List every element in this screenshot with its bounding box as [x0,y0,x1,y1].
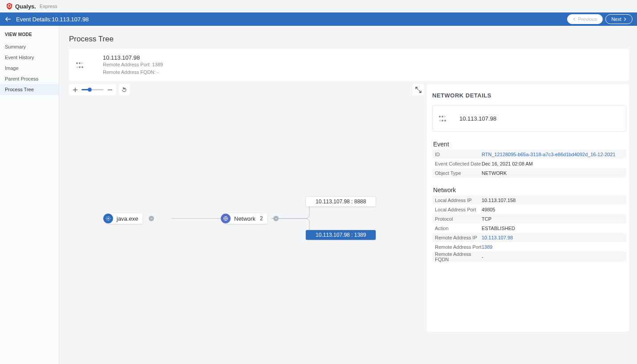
remote-ip-link[interactable]: 10.113.107.98 [482,235,513,240]
network-section-heading: Network [433,186,626,194]
brand-logo: Qualys. Express [5,2,57,10]
brand-product: Express [40,4,57,9]
brand-bar: Qualys. Express [0,0,637,12]
details-ip-card: ▹ ◃ 10.113.107.98 [432,105,626,132]
zoom-reset[interactable] [119,84,130,95]
kv-val: Dec 16, 2021 02:08 AM [482,161,533,166]
collapse-toggle[interactable]: − [273,216,279,221]
kv-val: 49805 [482,207,495,212]
zoom-slider[interactable] [81,89,104,90]
zoom-out-icon[interactable] [107,87,113,93]
kv-val: TCP [482,216,491,222]
next-label: Next [611,16,621,22]
details-ip: 10.113.107.98 [459,115,496,122]
kv-key: Object Type [435,170,482,176]
kv-key: Remote Address IP [435,235,482,240]
banner-fqdn-value: - [157,69,159,75]
network-icon: ▹ ◃ [439,111,452,126]
tree-leaf-1[interactable]: 10.113.107.98 : 8888 [306,197,376,206]
banner-fqdn-label: Remote Address FQDN: [103,69,156,75]
expand-icon [415,87,422,93]
zoom-controls [69,84,116,95]
remote-port-link[interactable]: 1389 [482,244,492,250]
prev-label: Previous [578,16,597,22]
back-arrow-icon[interactable] [4,16,12,23]
kv-key: Local Address Port [435,207,482,212]
sidebar-item-parent-process[interactable]: Parent Process [0,73,59,84]
banner-text: 10.113.107.98 Remote Address Port: 1389 … [103,54,163,76]
kv-val: - [482,254,483,259]
kv-key: Event Collected Date [435,161,482,166]
kv-val: 10.113.107.158 [482,198,515,203]
kv-key: Remote Address Port [435,244,482,250]
event-id-link[interactable]: RTN_12128095-b65a-3118-a7c3-e86d1bd4092d… [482,152,616,157]
sidebar-item-event-history[interactable]: Event History [0,52,59,63]
kv-key: Action [435,226,482,231]
chevron-left-icon [573,17,576,21]
kv-val: ESTABLISHED [482,226,515,231]
process-tree-canvas[interactable]: java.exe − Network 2 − 10.1 [69,84,424,364]
sidebar-title: VIEW MODE [0,32,59,41]
kv-key: Local Address IP [435,198,482,203]
banner-ip: 10.113.107.98 [103,54,163,61]
kv-val: NETWORK [482,170,507,176]
fullscreen-button[interactable] [413,84,424,95]
qualys-shield-icon [5,2,13,10]
previous-button[interactable]: Previous [567,14,603,24]
page-title-header: Event Details:10.113.107.98 [16,16,89,23]
banner-port-label: Remote Address Port: [103,62,151,67]
network-group-icon [221,214,231,223]
brand-name: Qualys. [15,3,36,10]
details-title: NETWORK DETAILS [432,92,626,99]
collapse-toggle[interactable]: − [149,216,154,221]
tree-node-group[interactable]: Network 2 − [224,213,279,224]
header-title-prefix: Event Details: [16,16,52,23]
svg-point-1 [108,218,109,219]
banner-port-value: 1389 [152,62,163,67]
header-title-ip: 10.113.107.98 [52,16,89,23]
event-section-heading: Event [433,141,626,148]
zoom-in-icon[interactable] [73,87,78,93]
kv-key: Protocol [435,216,482,222]
kv-key: ID [435,152,482,157]
event-table: IDRTN_12128095-b65a-3118-a7c3-e86d1bd409… [432,150,626,178]
tree-node-root[interactable]: java.exe − [107,213,154,224]
refresh-icon [122,87,127,93]
details-panel: NETWORK DETAILS ▹ ◃ 10.113.107.98 Event … [427,84,629,332]
group-count: 2 [260,215,263,222]
kv-key: Remote Address FQDN [435,251,482,262]
network-icon: ▹ ◃ [76,57,96,73]
page-header: Event Details:10.113.107.98 Previous Nex… [0,12,637,26]
gear-icon [103,214,113,223]
sidebar: VIEW MODE Summary Event History Image Pa… [0,26,59,364]
next-button[interactable]: Next [605,14,633,24]
sidebar-item-process-tree[interactable]: Process Tree [0,84,59,95]
info-banner: ▹ ◃ 10.113.107.98 Remote Address Port: 1… [69,49,629,81]
sidebar-item-summary[interactable]: Summary [0,41,59,52]
root-label: java.exe [117,215,138,222]
tree-leaf-2[interactable]: 10.113.107.98 : 1389 [306,230,376,240]
chevron-right-icon [623,17,627,21]
sidebar-item-image[interactable]: Image [0,63,59,73]
page-title: Process Tree [69,35,629,44]
group-label: Network [234,215,256,222]
network-table: Local Address IP10.113.107.158 Local Add… [432,195,626,262]
